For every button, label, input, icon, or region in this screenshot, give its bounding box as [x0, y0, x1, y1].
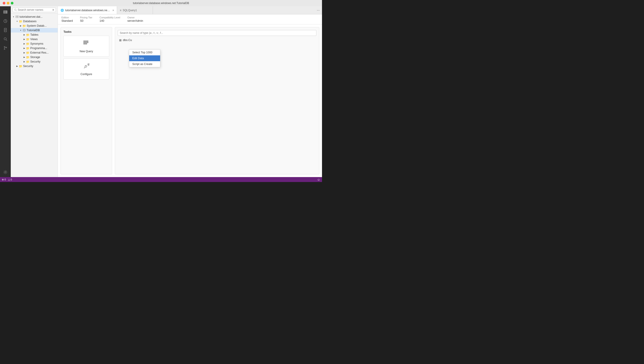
- svg-point-3: [6, 12, 7, 13]
- security-under-db-tree-item[interactable]: ▶ 📁 Security: [11, 60, 58, 64]
- system-databases-label: System Datab...: [27, 24, 47, 27]
- table-row-item[interactable]: ▦ dbo.Cu Select Top 1000 Edit Data Scrip…: [118, 38, 316, 42]
- app-body: × ▾ tutorialserver.dat...: [0, 6, 322, 177]
- svg-line-17: [16, 10, 17, 11]
- tab-close-icon[interactable]: ×: [112, 8, 114, 12]
- external-resources-folder-icon: 📁: [26, 51, 30, 54]
- tab-more-button[interactable]: ···: [315, 8, 322, 12]
- new-query-icon: [83, 40, 90, 48]
- tutorialdb-icon: [23, 28, 26, 32]
- sidebar-tree: ▾ tutorialserver.dat... ▾ 📁 Databases: [11, 14, 58, 177]
- edition-value: Standard: [62, 19, 73, 22]
- synonyms-label: Synonyms: [30, 42, 43, 45]
- security-top-folder-icon: 📁: [19, 64, 23, 68]
- sidebar: × ▾ tutorialserver.dat...: [11, 6, 58, 177]
- tutorialdb-tree-item[interactable]: ▾ TutorialDB: [11, 28, 58, 32]
- edition-info: Edition Standard: [62, 16, 73, 22]
- svg-point-12: [4, 49, 5, 50]
- svg-point-16: [15, 9, 16, 10]
- sidebar-header: ×: [11, 6, 58, 14]
- document-activity-icon[interactable]: [1, 26, 10, 34]
- configure-card[interactable]: Configure: [64, 58, 109, 80]
- svg-point-21: [18, 17, 18, 18]
- tutorialdb-label: TutorialDB: [27, 29, 40, 32]
- tasks-title: Tasks: [64, 30, 109, 34]
- external-resources-label: External Res...: [30, 51, 49, 54]
- server-arrow: ▾: [12, 15, 15, 18]
- compatibility-label: Compatibility Level: [100, 16, 120, 19]
- search-input[interactable]: [18, 8, 51, 12]
- new-query-card[interactable]: New Query: [64, 36, 109, 57]
- programmability-arrow: ▶: [23, 46, 26, 50]
- context-edit-data[interactable]: Edit Data: [129, 55, 160, 61]
- clock-activity-icon[interactable]: [1, 17, 10, 25]
- svg-line-10: [6, 40, 7, 40]
- close-button[interactable]: [3, 2, 6, 4]
- storage-folder-icon: 📁: [26, 55, 30, 59]
- owner-value: serverAdmin: [127, 19, 143, 22]
- svg-rect-25: [84, 44, 87, 44]
- databases-arrow: ▾: [15, 20, 19, 23]
- security-under-db-label: Security: [30, 60, 40, 63]
- search-type-input[interactable]: [118, 30, 316, 36]
- search-box: ×: [13, 8, 56, 12]
- server-icon: [15, 15, 19, 18]
- tab-db-icon: 🌐: [61, 9, 64, 12]
- tab-sqlquery[interactable]: ≡ SQLQuery1: [117, 6, 153, 14]
- activity-bar: [0, 6, 11, 177]
- context-script-as-create[interactable]: Script as Create: [129, 61, 160, 67]
- error-count: 0: [5, 178, 6, 181]
- new-query-label: New Query: [80, 50, 93, 53]
- programmability-label: Programma...: [30, 46, 47, 50]
- warning-status: △ 0: [8, 178, 12, 181]
- db-info-bar: Edition Standard Pricing Tier S0 Compati…: [58, 14, 322, 24]
- main-panels: Tasks New Query: [58, 24, 322, 177]
- external-resources-tree-item[interactable]: ▶ 📁 External Res...: [11, 50, 58, 55]
- programmability-folder-icon: 📁: [26, 46, 30, 50]
- owner-label: Owner: [127, 16, 143, 19]
- synonyms-folder-icon: 📁: [26, 42, 30, 46]
- storage-tree-item[interactable]: ▶ 📁 Storage: [11, 55, 58, 60]
- context-select-top-1000[interactable]: Select Top 1000: [129, 50, 160, 55]
- synonyms-tree-item[interactable]: ▶ 📁 Synonyms: [11, 42, 58, 46]
- storage-label: Storage: [30, 56, 40, 59]
- tables-panel: ▦ dbo.Cu Select Top 1000 Edit Data Scrip…: [115, 27, 319, 174]
- svg-rect-23: [84, 41, 88, 42]
- window-controls: [3, 2, 14, 4]
- server-tree-item[interactable]: ▾ tutorialserver.dat...: [11, 14, 58, 19]
- views-folder-icon: 📁: [26, 38, 30, 41]
- configure-label: Configure: [81, 72, 92, 76]
- maximize-button[interactable]: [11, 2, 14, 4]
- databases-tree-item[interactable]: ▾ 📁 Databases: [11, 19, 58, 24]
- pricing-tier-label: Pricing Tier: [80, 16, 92, 19]
- git-activity-icon[interactable]: [1, 44, 10, 52]
- feedback-icon[interactable]: ☺: [317, 178, 320, 181]
- system-databases-tree-item[interactable]: ▶ 📁 System Datab...: [11, 24, 58, 28]
- compatibility-value: 140: [100, 19, 120, 22]
- tab-sqlquery-label: SQLQuery1: [123, 9, 137, 12]
- server-label: tutorialserver.dat...: [20, 15, 43, 18]
- tab-tutorialdb[interactable]: 🌐 tutorialserver.database.windows.net:Tu…: [58, 6, 117, 14]
- security-top-tree-item[interactable]: ▶ 📁 Security: [11, 64, 58, 68]
- svg-point-20: [18, 16, 18, 16]
- security-top-arrow: ▶: [15, 64, 19, 68]
- databases-label: Databases: [23, 20, 37, 23]
- settings-activity-icon[interactable]: [1, 169, 10, 177]
- minimize-button[interactable]: [7, 2, 10, 4]
- warning-icon: △: [8, 178, 10, 181]
- servers-activity-icon[interactable]: [1, 8, 10, 16]
- tables-tree-item[interactable]: ▶ 📁 Tables: [11, 32, 58, 37]
- pricing-tier-value: S0: [80, 19, 92, 22]
- programmability-tree-item[interactable]: ▶ 📁 Programma...: [11, 46, 58, 50]
- search-clear-icon[interactable]: ×: [52, 8, 54, 12]
- table-row-name: dbo.Cu: [123, 38, 132, 42]
- tables-arrow: ▶: [23, 33, 26, 36]
- views-tree-item[interactable]: ▶ 📁 Views: [11, 37, 58, 42]
- search-activity-icon[interactable]: [1, 35, 10, 43]
- views-label: Views: [30, 38, 38, 41]
- databases-folder-icon: 📁: [19, 20, 23, 23]
- status-bar-right: ☺: [317, 178, 320, 181]
- error-icon: ⊗: [2, 178, 4, 181]
- table-row-icon: ▦: [119, 38, 122, 42]
- system-db-folder-icon: 📁: [23, 24, 26, 28]
